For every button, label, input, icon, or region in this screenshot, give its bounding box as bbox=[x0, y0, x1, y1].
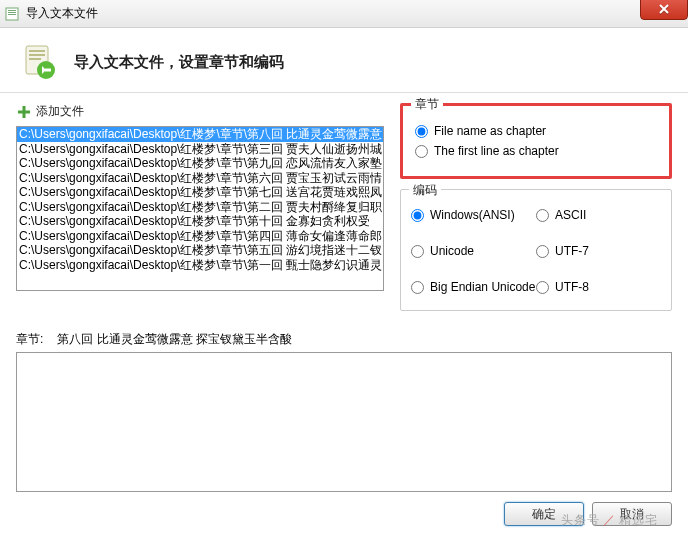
titlebar-title: 导入文本文件 bbox=[26, 5, 98, 22]
svg-rect-9 bbox=[45, 69, 51, 72]
radio-input[interactable] bbox=[411, 245, 424, 258]
file-list-item[interactable]: C:\Users\gongxifacai\Desktop\红楼梦\章节\第二回 … bbox=[17, 200, 383, 215]
radio-utf8[interactable]: UTF-8 bbox=[536, 280, 661, 294]
file-list-item[interactable]: C:\Users\gongxifacai\Desktop\红楼梦\章节\第一回 … bbox=[17, 258, 383, 273]
radio-unicode[interactable]: Unicode bbox=[411, 244, 536, 258]
radio-windows-ansi[interactable]: Windows(ANSI) bbox=[411, 208, 536, 222]
chapter-preview-row: 章节: 第八回 比通灵金莺微露意 探宝钗黛玉半含酸 bbox=[0, 321, 688, 352]
radio-ascii[interactable]: ASCII bbox=[536, 208, 661, 222]
file-list-item[interactable]: C:\Users\gongxifacai\Desktop\红楼梦\章节\第三回 … bbox=[17, 142, 383, 157]
import-icon bbox=[20, 42, 60, 82]
file-list-item[interactable]: C:\Users\gongxifacai\Desktop\红楼梦\章节\第十回 … bbox=[17, 214, 383, 229]
add-file-button[interactable]: 添加文件 bbox=[16, 103, 386, 120]
encoding-group: 编码 Windows(ANSI) ASCII Unicode UTF-7 Big… bbox=[400, 189, 672, 311]
radio-input[interactable] bbox=[415, 145, 428, 158]
chapter-group-title: 章节 bbox=[411, 96, 443, 113]
dialog-footer: 确定 取消 bbox=[0, 492, 688, 536]
file-list-item[interactable]: C:\Users\gongxifacai\Desktop\红楼梦\章节\第四回 … bbox=[17, 229, 383, 244]
radio-firstline-as-chapter[interactable]: The first line as chapter bbox=[415, 144, 657, 158]
close-button[interactable] bbox=[640, 0, 688, 20]
encoding-group-title: 编码 bbox=[409, 182, 441, 199]
radio-filename-as-chapter[interactable]: File name as chapter bbox=[415, 124, 657, 138]
ok-button[interactable]: 确定 bbox=[504, 502, 584, 526]
titlebar: 导入文本文件 bbox=[0, 0, 688, 28]
file-list-item[interactable]: C:\Users\gongxifacai\Desktop\红楼梦\章节\第八回 … bbox=[17, 127, 383, 142]
svg-rect-6 bbox=[29, 54, 45, 56]
dialog-header: 导入文本文件，设置章节和编码 bbox=[0, 28, 688, 93]
radio-utf7[interactable]: UTF-7 bbox=[536, 244, 661, 258]
add-file-label: 添加文件 bbox=[36, 103, 84, 120]
chapter-group: 章节 File name as chapter The first line a… bbox=[400, 103, 672, 179]
radio-input[interactable] bbox=[411, 281, 424, 294]
radio-input[interactable] bbox=[536, 209, 549, 222]
chapter-value: 第八回 比通灵金莺微露意 探宝钗黛玉半含酸 bbox=[57, 331, 292, 348]
file-list[interactable]: C:\Users\gongxifacai\Desktop\红楼梦\章节\第八回 … bbox=[16, 126, 384, 291]
app-icon bbox=[4, 6, 20, 22]
cancel-button[interactable]: 取消 bbox=[592, 502, 672, 526]
file-list-item[interactable]: C:\Users\gongxifacai\Desktop\红楼梦\章节\第五回 … bbox=[17, 243, 383, 258]
file-list-item[interactable]: C:\Users\gongxifacai\Desktop\红楼梦\章节\第七回 … bbox=[17, 185, 383, 200]
plus-icon bbox=[16, 104, 32, 120]
file-list-item[interactable]: C:\Users\gongxifacai\Desktop\红楼梦\章节\第九回 … bbox=[17, 156, 383, 171]
radio-big-endian-unicode[interactable]: Big Endian Unicode bbox=[411, 280, 536, 294]
svg-rect-5 bbox=[29, 50, 45, 52]
svg-rect-1 bbox=[8, 10, 16, 11]
radio-input[interactable] bbox=[536, 281, 549, 294]
radio-input[interactable] bbox=[411, 209, 424, 222]
file-list-item[interactable]: C:\Users\gongxifacai\Desktop\红楼梦\章节\第六回 … bbox=[17, 171, 383, 186]
preview-textarea[interactable] bbox=[16, 352, 672, 492]
radio-input[interactable] bbox=[536, 245, 549, 258]
dialog-title: 导入文本文件，设置章节和编码 bbox=[74, 53, 284, 72]
svg-rect-2 bbox=[8, 12, 16, 13]
radio-input[interactable] bbox=[415, 125, 428, 138]
svg-rect-3 bbox=[8, 14, 16, 15]
chapter-label: 章节: bbox=[16, 331, 43, 348]
svg-rect-11 bbox=[18, 110, 30, 113]
svg-rect-7 bbox=[29, 58, 41, 60]
